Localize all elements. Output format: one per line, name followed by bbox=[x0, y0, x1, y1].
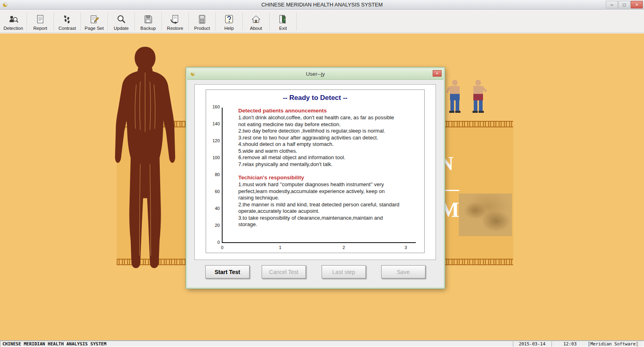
start-test-button[interactable]: Start Test bbox=[205, 265, 250, 278]
x-tick: 3 bbox=[402, 245, 410, 250]
toolbar: Detection Report Contrast Page Set bbox=[0, 10, 644, 33]
toolbar-label-page-set: Page Set bbox=[85, 26, 103, 31]
question-icon bbox=[224, 14, 234, 25]
restore-icon bbox=[170, 14, 180, 25]
announcement-line: 6.remove all metal object and informatio… bbox=[238, 154, 401, 161]
toolbar-detection[interactable]: Detection bbox=[0, 10, 27, 33]
toolbar-product[interactable]: Product bbox=[189, 10, 215, 33]
landscape-watermark bbox=[459, 193, 512, 236]
statusbar-time: 12:03 bbox=[551, 341, 588, 347]
minimize-button[interactable]: – bbox=[606, 1, 618, 8]
magnifier-icon bbox=[116, 14, 126, 25]
dialog-title: User--jy bbox=[187, 71, 444, 77]
x-tick: 1 bbox=[276, 245, 284, 250]
patients-announcements-title: Detected patients announcements bbox=[238, 108, 401, 114]
close-button[interactable]: × bbox=[631, 1, 643, 8]
announcement-line: 1.don't drink alcohol,coffee, don't eat … bbox=[238, 114, 401, 128]
y-tick: 160 bbox=[208, 104, 220, 109]
announcement-text: Detected patients announcements 1.don't … bbox=[238, 108, 401, 228]
dialog-titlebar[interactable]: ☯ User--jy × bbox=[187, 69, 444, 80]
house-icon bbox=[251, 14, 261, 25]
toolbar-update[interactable]: Update bbox=[108, 10, 134, 33]
toolbar-report[interactable]: Report bbox=[27, 10, 54, 33]
page-setup-icon bbox=[89, 14, 99, 25]
y-tick: 100 bbox=[208, 155, 220, 160]
toolbar-about[interactable]: About bbox=[243, 10, 269, 33]
toolbar-label-report: Report bbox=[33, 26, 47, 31]
titlebar: ☯ CHINESE MERIDIAN HEALTH ANALYSIS SYSTE… bbox=[0, 0, 644, 10]
responsibility-line: 2.the manner is mild and kind, treat det… bbox=[238, 202, 401, 215]
x-tick: 2 bbox=[340, 245, 348, 250]
y-tick: 40 bbox=[208, 206, 220, 211]
toolbar-contrast[interactable]: Contrast bbox=[54, 10, 80, 33]
y-tick: 0 bbox=[208, 240, 220, 245]
announcement-line: 5.wide and warm clothes. bbox=[238, 148, 401, 155]
announcement-line: 3.rest one to two hour after aggravating… bbox=[238, 135, 401, 141]
y-tick: 60 bbox=[208, 189, 220, 194]
toolbar-label-contrast: Contrast bbox=[58, 26, 76, 31]
application-window: ☯ CHINESE MERIDIAN HEALTH ANALYSIS SYSTE… bbox=[0, 0, 644, 347]
dialog-close-button[interactable]: × bbox=[433, 70, 442, 77]
x-tick: 0 bbox=[218, 245, 226, 250]
statusbar-vendor: [Meridian Software] bbox=[588, 341, 638, 347]
maximize-button[interactable]: □ bbox=[618, 1, 630, 8]
report-icon bbox=[35, 14, 45, 25]
toolbar-help[interactable]: Help bbox=[216, 10, 242, 33]
main-area: N M bbox=[0, 33, 644, 340]
window-title: CHINESE MERIDIAN HEALTH ANALYSIS SYSTEM bbox=[0, 2, 644, 8]
toolbar-label-restore: Restore bbox=[167, 26, 183, 31]
statusbar-date: 2015-03-14 bbox=[513, 341, 551, 347]
y-tick: 120 bbox=[208, 138, 220, 143]
responsibility-line: 3.to take responsibility of clearance,ma… bbox=[238, 215, 401, 228]
announcement-line: 2.two day before detection ,livelihhod i… bbox=[238, 128, 401, 135]
toolbar-separator bbox=[296, 12, 297, 31]
toolbar-exit[interactable]: Exit bbox=[270, 10, 296, 33]
y-tick: 140 bbox=[208, 121, 220, 126]
chart-x-axis bbox=[222, 242, 416, 243]
y-tick: 20 bbox=[208, 223, 220, 228]
toolbar-label-update: Update bbox=[114, 26, 128, 31]
statusbar-app-name: CHINESE MERIDIAN HEALTH ANALYSIS SYSTEM bbox=[0, 341, 513, 347]
toolbar-restore[interactable]: Restore bbox=[162, 10, 188, 33]
technician-responsibility-title: Techician's responsibility bbox=[238, 175, 401, 181]
responsibility-line: 1.must work hard ''computer diagnoses he… bbox=[238, 181, 401, 202]
announcement-line: 4.should detect on a half empty stomach. bbox=[238, 141, 401, 148]
ready-to-detect-heading: -- Ready to Detect -- bbox=[206, 94, 424, 102]
toolbar-label-backup: Backup bbox=[140, 26, 156, 31]
meridian-body-illustration bbox=[104, 44, 186, 293]
user-dialog: ☯ User--jy × -- Ready to Detect -- 160 1… bbox=[186, 67, 445, 289]
toolbar-label-help: Help bbox=[224, 26, 234, 31]
last-step-button[interactable]: Last step bbox=[322, 265, 366, 278]
save-button[interactable]: Save bbox=[381, 265, 425, 278]
qigong-figures-illustration bbox=[444, 78, 489, 116]
yinyang-dialog-icon: ☯ bbox=[190, 71, 196, 77]
statusbar-resize-grip bbox=[638, 341, 644, 347]
toolbar-label-exit: Exit bbox=[279, 26, 287, 31]
chart-frame: -- Ready to Detect -- 160 140 120 100 80… bbox=[206, 89, 425, 253]
door-icon bbox=[278, 14, 288, 25]
toolbar-label-about: About bbox=[250, 26, 262, 31]
cancel-test-button[interactable]: Cancel Test bbox=[262, 265, 306, 278]
y-tick: 80 bbox=[208, 172, 220, 177]
toolbar-label-detection: Detection bbox=[4, 26, 23, 31]
footprints-icon bbox=[62, 14, 72, 25]
announcement-line: 7.relax physically and mentally,don't ta… bbox=[238, 161, 401, 168]
detection-icon bbox=[8, 14, 19, 25]
yinyang-app-icon: ☯ bbox=[2, 1, 8, 8]
calculator-icon bbox=[197, 14, 207, 25]
toolbar-label-product: Product bbox=[194, 26, 210, 31]
toolbar-page-set[interactable]: Page Set bbox=[81, 10, 107, 33]
window-controls: – □ × bbox=[606, 1, 643, 8]
content-panel: -- Ready to Detect -- 160 140 120 100 80… bbox=[194, 84, 436, 260]
statusbar: CHINESE MERIDIAN HEALTH ANALYSIS SYSTEM … bbox=[0, 340, 644, 347]
backup-disk-icon bbox=[143, 14, 153, 25]
toolbar-backup[interactable]: Backup bbox=[135, 10, 161, 33]
chart-y-axis bbox=[222, 108, 223, 243]
